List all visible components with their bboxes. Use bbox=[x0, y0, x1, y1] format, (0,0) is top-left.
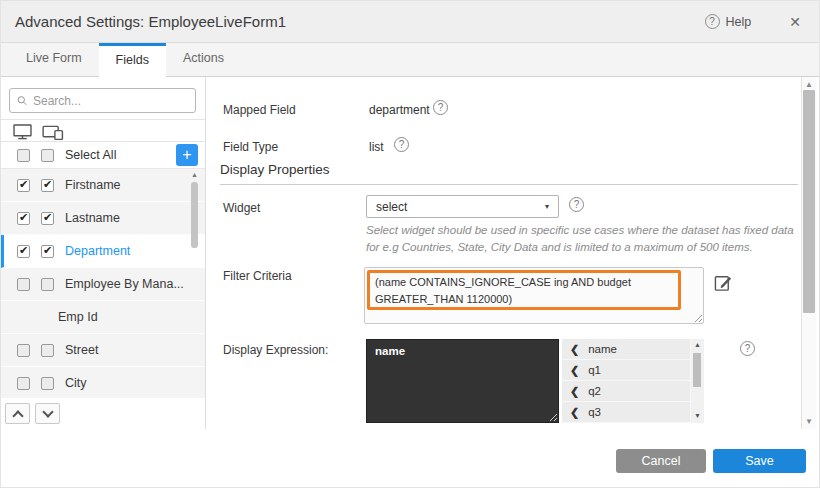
display-expression-value: name bbox=[375, 345, 405, 357]
field-properties-panel: Mapped Field department ? Field Type lis… bbox=[206, 77, 801, 431]
option-label: q1 bbox=[588, 364, 601, 376]
field-checkbox-mobile[interactable] bbox=[41, 179, 54, 192]
widget-help-icon[interactable]: ? bbox=[569, 197, 584, 212]
chevron-left-icon: ❮ bbox=[570, 385, 579, 398]
select-all-row: Select All + bbox=[1, 142, 205, 169]
field-checkbox-desktop[interactable] bbox=[17, 245, 30, 258]
field-checkbox-desktop[interactable] bbox=[17, 377, 30, 390]
divider bbox=[1, 119, 205, 120]
help-label: Help bbox=[726, 15, 752, 29]
mapped-field-help-icon[interactable]: ? bbox=[433, 100, 448, 115]
widget-select-value: select bbox=[376, 200, 407, 214]
scrollbar-thumb[interactable] bbox=[191, 182, 198, 248]
options-scrollbar[interactable]: ▲ ▼ bbox=[691, 339, 704, 423]
list-item-lastname[interactable]: Lastname bbox=[1, 202, 205, 235]
cancel-button[interactable]: Cancel bbox=[616, 449, 706, 473]
field-label: City bbox=[65, 376, 87, 390]
field-label: Emp Id bbox=[58, 310, 98, 324]
display-properties-heading: Display Properties bbox=[220, 162, 798, 185]
field-label: Lastname bbox=[65, 211, 120, 225]
field-type-value: list bbox=[369, 140, 384, 154]
desktop-icon[interactable] bbox=[13, 124, 32, 140]
widget-help-text: Select widget should be used in specific… bbox=[366, 222, 808, 255]
option-label: q2 bbox=[588, 385, 601, 397]
field-label: Firstname bbox=[65, 178, 121, 192]
option-q2[interactable]: ❮ q2 bbox=[562, 381, 690, 401]
list-item-emp-id[interactable]: Emp Id bbox=[1, 301, 205, 334]
search-input[interactable] bbox=[33, 94, 188, 108]
resize-handle-icon[interactable] bbox=[549, 413, 558, 422]
dialog-content: Select All + Firstname Lastname Depa bbox=[1, 77, 820, 431]
widget-select[interactable]: select ▾ bbox=[366, 195, 559, 218]
field-type-help-icon[interactable]: ? bbox=[394, 137, 409, 152]
help-button[interactable]: ? Help bbox=[705, 14, 752, 29]
filter-criteria-label: Filter Criteria bbox=[223, 269, 292, 283]
add-field-button[interactable]: + bbox=[176, 144, 198, 166]
select-all-checkbox-mobile[interactable] bbox=[41, 149, 54, 162]
scroll-down-icon[interactable]: ▼ bbox=[691, 412, 704, 419]
field-checkbox-mobile[interactable] bbox=[41, 377, 54, 390]
field-checkbox-desktop[interactable] bbox=[17, 278, 30, 291]
field-reorder-controls bbox=[5, 403, 60, 424]
save-button[interactable]: Save bbox=[713, 449, 806, 473]
chevron-left-icon: ❮ bbox=[570, 343, 579, 356]
chevron-left-icon: ❮ bbox=[570, 364, 579, 377]
list-item-city[interactable]: City bbox=[1, 367, 205, 398]
list-item-department[interactable]: Department bbox=[1, 235, 205, 268]
help-circle-icon: ? bbox=[705, 14, 720, 29]
field-type-label: Field Type bbox=[223, 140, 278, 154]
field-checkbox-desktop[interactable] bbox=[17, 179, 30, 192]
select-all-checkbox-desktop[interactable] bbox=[17, 149, 30, 162]
chevron-up-icon bbox=[12, 410, 23, 421]
display-expression-editor[interactable]: name bbox=[366, 339, 559, 423]
select-all-label: Select All bbox=[65, 148, 116, 162]
field-checkbox-mobile[interactable] bbox=[41, 344, 54, 357]
expression-options-list: ❮ name ❮ q1 ❮ q2 ❮ q3 ▲ ▼ bbox=[562, 339, 704, 423]
scroll-down-icon[interactable]: ▼ bbox=[802, 417, 816, 426]
field-checkbox-mobile[interactable] bbox=[41, 278, 54, 291]
field-label: Street bbox=[65, 343, 98, 357]
list-item-street[interactable]: Street bbox=[1, 334, 205, 367]
option-label: q3 bbox=[588, 406, 601, 418]
close-icon[interactable]: ✕ bbox=[785, 12, 805, 32]
scroll-up-icon[interactable]: ▲ bbox=[190, 171, 199, 178]
field-label: Department bbox=[65, 244, 130, 258]
sidebar-scrollbar[interactable]: ▲ ▼ bbox=[190, 171, 199, 470]
option-name[interactable]: ❮ name bbox=[562, 339, 690, 359]
move-up-button[interactable] bbox=[5, 403, 30, 424]
dialog-title: Advanced Settings: EmployeeLiveForm1 bbox=[15, 13, 286, 30]
mapped-field-label: Mapped Field bbox=[223, 103, 296, 117]
option-q1[interactable]: ❮ q1 bbox=[562, 360, 690, 380]
chevron-down-icon bbox=[42, 406, 53, 417]
field-list: Firstname Lastname Department Employee B… bbox=[1, 169, 205, 398]
filter-criteria-textarea[interactable]: (name CONTAINS_IGNORE_CASE ing AND budge… bbox=[364, 267, 704, 324]
option-q3[interactable]: ❮ q3 bbox=[562, 402, 690, 422]
dropdown-caret-icon: ▾ bbox=[545, 202, 549, 211]
widget-label: Widget bbox=[223, 201, 260, 215]
fields-sidebar: Select All + Firstname Lastname Depa bbox=[1, 77, 206, 431]
device-toggle-row bbox=[13, 124, 64, 140]
scrollbar-thumb[interactable] bbox=[693, 353, 701, 387]
display-expression-help-icon[interactable]: ? bbox=[740, 341, 755, 356]
dialog-footer: Cancel Save bbox=[1, 429, 819, 487]
advanced-settings-dialog: Advanced Settings: EmployeeLiveForm1 ? H… bbox=[0, 0, 820, 488]
scrollbar-thumb[interactable] bbox=[803, 90, 815, 313]
list-item-firstname[interactable]: Firstname bbox=[1, 169, 205, 202]
search-box bbox=[9, 88, 196, 113]
display-expression-label: Display Expression: bbox=[223, 343, 328, 357]
mapped-field-value: department bbox=[369, 103, 430, 117]
scroll-up-icon[interactable]: ▲ bbox=[802, 80, 816, 89]
tab-actions[interactable]: Actions bbox=[166, 43, 241, 77]
field-checkbox-desktop[interactable] bbox=[17, 344, 30, 357]
tab-fields[interactable]: Fields bbox=[99, 43, 166, 78]
mobile-tablet-icon[interactable] bbox=[42, 124, 64, 140]
scroll-up-icon[interactable]: ▲ bbox=[691, 341, 704, 348]
field-checkbox-mobile[interactable] bbox=[41, 212, 54, 225]
move-down-button[interactable] bbox=[35, 403, 60, 424]
tab-live-form[interactable]: Live Form bbox=[9, 43, 99, 77]
field-checkbox-desktop[interactable] bbox=[17, 212, 30, 225]
list-item-employee-by-manager[interactable]: Employee By Mana... bbox=[1, 268, 205, 301]
field-checkbox-mobile[interactable] bbox=[41, 245, 54, 258]
content-scrollbar[interactable]: ▲ ▼ bbox=[801, 77, 816, 431]
edit-filter-icon[interactable] bbox=[713, 273, 733, 293]
